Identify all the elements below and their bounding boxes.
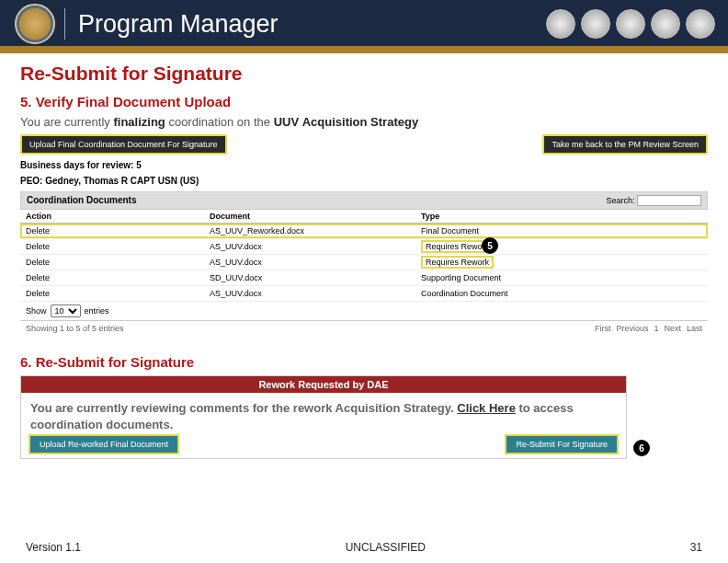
table-row: DeleteAS_UUV_Reworked.docxFinal Document — [20, 224, 708, 239]
resubmit-signature-button[interactable]: Re-Submit For Signature — [506, 436, 617, 453]
text: You are currently reviewing comments for… — [30, 401, 454, 415]
header-title: Program Manager — [78, 10, 279, 39]
seal-icon — [581, 9, 610, 39]
review-days: Business days for review: 5 — [20, 160, 708, 170]
back-to-pm-button[interactable]: Take me back to the PM Review Screen — [542, 134, 708, 155]
table-row: DeleteSD_UUV.docxSupporting Document — [20, 270, 708, 286]
search-wrap: Search: — [606, 195, 701, 206]
pager-link[interactable]: 1 — [654, 324, 658, 333]
classification-text: UNCLASSIFIED — [346, 541, 426, 554]
pager-link[interactable]: First — [595, 324, 611, 333]
table-row: DeleteAS_UUV.docxRequires Rework — [20, 239, 708, 255]
doc-name: AS_UUV.docx — [210, 289, 421, 298]
step5-heading: 5. Verify Final Document Upload — [20, 94, 708, 109]
step5-panel: You are currently finalizing coordinatio… — [20, 115, 708, 336]
showing-text: Showing 1 to 5 of 5 entries — [26, 324, 124, 333]
text: Coordination Documents — [27, 195, 136, 206]
delete-link[interactable]: Delete — [26, 226, 210, 236]
service-seals — [546, 9, 715, 39]
show-entries: Show 10 entries — [20, 302, 708, 321]
pager-link[interactable]: Last — [687, 324, 702, 333]
pager-link[interactable]: Next — [664, 324, 681, 333]
text: You are currently — [20, 115, 110, 129]
seal-icon — [686, 9, 715, 39]
step6-panel: Rework Requested by DAE You are currentl… — [20, 375, 627, 459]
callout-5: 5 — [482, 237, 498, 254]
callout-6: 6 — [633, 440, 650, 456]
coordination-sentence: You are currently finalizing coordinatio… — [20, 115, 708, 129]
table-row: DeleteAS_UUV.docxRequires Rework — [20, 255, 708, 270]
seal-icon — [616, 9, 645, 39]
rework-banner: Rework Requested by DAE — [21, 376, 626, 393]
click-here-link[interactable]: Click Here — [457, 401, 516, 415]
doc-type: Final Document — [421, 226, 531, 236]
step6-heading: 6. Re-Submit for Signature — [20, 354, 708, 370]
delete-link[interactable]: Delete — [26, 289, 210, 298]
table-body: DeleteAS_UUV_Reworked.docxFinal Document… — [20, 224, 708, 302]
footer: Version 1.1 UNCLASSIFIED 31 — [0, 541, 728, 554]
slide-title: Re-Submit for Signature — [20, 63, 708, 85]
table-row: DeleteAS_UUV.docxCoordination Document — [20, 286, 708, 302]
header-divider — [64, 8, 65, 40]
doc-type: Requires Rework — [421, 242, 531, 251]
doc-name: AS_UUV.docx — [210, 242, 421, 251]
page-number: 31 — [690, 541, 702, 554]
text: Acquisition Strategy — [302, 115, 418, 129]
pager-link[interactable]: Previous — [616, 324, 648, 333]
seal-icon — [546, 9, 575, 39]
col-document: Document — [210, 212, 421, 221]
dod-seal-icon — [15, 4, 55, 44]
slide-header: Program Manager — [0, 0, 728, 53]
rework-text: You are currently reviewing comments for… — [21, 393, 626, 434]
col-type: Type — [421, 212, 531, 221]
delete-link[interactable]: Delete — [26, 242, 210, 251]
pager-links: FirstPrevious1NextLast — [589, 324, 702, 333]
upload-final-button[interactable]: Upload Final Coordination Document For S… — [20, 134, 227, 155]
delete-link[interactable]: Delete — [26, 273, 210, 282]
doc-name: AS_UUV_Reworked.docx — [210, 226, 421, 236]
text: coordination on the — [168, 115, 270, 129]
table-header: Action Document Type — [20, 210, 708, 224]
pager: Showing 1 to 5 of 5 entries FirstPreviou… — [20, 321, 708, 336]
search-input[interactable] — [637, 195, 701, 206]
doc-type: Requires Rework — [421, 258, 531, 267]
text: Show — [26, 306, 47, 316]
upload-reworked-button[interactable]: Upload Re-worked Final Document — [30, 436, 177, 453]
seal-icon — [651, 9, 680, 39]
doc-name: SD_UUV.docx — [210, 273, 421, 282]
delete-link[interactable]: Delete — [26, 258, 210, 267]
doc-type: Supporting Document — [421, 273, 531, 282]
peo-name: PEO: Gedney, Thomas R CAPT USN (US) — [20, 176, 708, 186]
coord-docs-header: Coordination Documents Search: — [20, 191, 708, 210]
version-text: Version 1.1 — [26, 541, 81, 554]
text: UUV — [274, 115, 299, 129]
entries-select[interactable]: 10 — [51, 304, 81, 317]
text: entries — [85, 306, 109, 316]
col-action: Action — [26, 212, 210, 221]
search-label: Search: — [606, 196, 634, 205]
doc-type: Coordination Document — [421, 289, 531, 298]
doc-name: AS_UUV.docx — [210, 258, 421, 267]
text: finalizing — [113, 115, 165, 129]
